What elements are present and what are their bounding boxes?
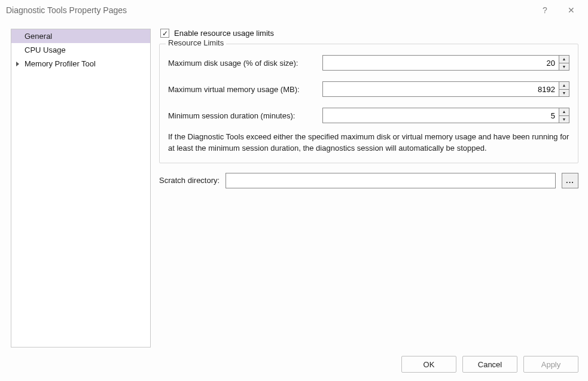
enable-limits-label: Enable resource usage limits xyxy=(174,29,274,38)
apply-button[interactable]: Apply xyxy=(523,356,578,373)
max-disk-input[interactable] xyxy=(322,55,559,71)
max-vmem-label: Maximum virtual memory usage (MB): xyxy=(168,85,322,94)
scratch-directory-input[interactable] xyxy=(226,173,556,188)
spin-down-icon[interactable]: ▼ xyxy=(559,90,569,97)
close-icon[interactable]: ✕ xyxy=(558,1,584,19)
min-session-input[interactable] xyxy=(322,108,559,123)
ok-button[interactable]: OK xyxy=(401,356,456,373)
sidebar-item-memory-profiler[interactable]: Memory Profiler Tool xyxy=(11,57,150,71)
max-disk-label: Maximum disk usage (% of disk size): xyxy=(168,59,322,68)
max-disk-spinner: ▲ ▼ xyxy=(322,55,569,71)
sidebar-item-label: Memory Profiler Tool xyxy=(25,59,96,68)
max-disk-row: Maximum disk usage (% of disk size): ▲ ▼ xyxy=(168,55,569,71)
resource-limits-group: Resource Limits Maximum disk usage (% of… xyxy=(159,44,578,163)
max-disk-spin-buttons: ▲ ▼ xyxy=(559,55,569,71)
sidebar-item-general[interactable]: General xyxy=(11,29,150,43)
max-vmem-input[interactable] xyxy=(322,81,559,97)
limits-helper-text: If the Diagnostic Tools exceed either th… xyxy=(168,132,569,154)
spin-down-icon[interactable]: ▼ xyxy=(559,63,569,71)
resource-limits-legend: Resource Limits xyxy=(166,38,226,47)
min-session-spinner: ▲ ▼ xyxy=(322,108,569,123)
expander-icon[interactable] xyxy=(16,62,19,66)
max-vmem-spin-buttons: ▲ ▼ xyxy=(559,81,569,97)
help-icon[interactable]: ? xyxy=(532,1,558,19)
main-panel: ✓ Enable resource usage limits Resource … xyxy=(159,29,578,348)
min-session-row: Minimum session duration (minutes): ▲ ▼ xyxy=(168,108,569,123)
browse-button[interactable]: ... xyxy=(562,173,578,188)
sidebar-item-label: CPU Usage xyxy=(25,45,66,54)
category-tree: General CPU Usage Memory Profiler Tool xyxy=(11,29,151,348)
min-session-spin-buttons: ▲ ▼ xyxy=(559,108,569,123)
scratch-directory-label: Scratch directory: xyxy=(159,176,220,185)
enable-limits-row: ✓ Enable resource usage limits xyxy=(159,29,578,38)
scratch-directory-row: Scratch directory: ... xyxy=(159,173,578,188)
cancel-button[interactable]: Cancel xyxy=(462,356,517,373)
max-vmem-row: Maximum virtual memory usage (MB): ▲ ▼ xyxy=(168,81,569,97)
sidebar-item-label: General xyxy=(25,32,52,41)
window-title: Diagnostic Tools Property Pages xyxy=(6,5,532,15)
spin-up-icon[interactable]: ▲ xyxy=(559,56,569,63)
spin-up-icon[interactable]: ▲ xyxy=(559,108,569,116)
min-session-label: Minimum session duration (minutes): xyxy=(168,111,322,120)
spin-up-icon[interactable]: ▲ xyxy=(559,82,569,90)
spin-down-icon[interactable]: ▼ xyxy=(559,116,569,123)
max-vmem-spinner: ▲ ▼ xyxy=(322,81,569,97)
content-area: General CPU Usage Memory Profiler Tool ✓… xyxy=(11,29,578,348)
titlebar: Diagnostic Tools Property Pages ? ✕ xyxy=(0,0,588,20)
sidebar-item-cpu-usage[interactable]: CPU Usage xyxy=(11,43,150,57)
dialog-buttons: OK Cancel Apply xyxy=(401,356,578,373)
enable-limits-checkbox[interactable]: ✓ xyxy=(160,29,169,38)
